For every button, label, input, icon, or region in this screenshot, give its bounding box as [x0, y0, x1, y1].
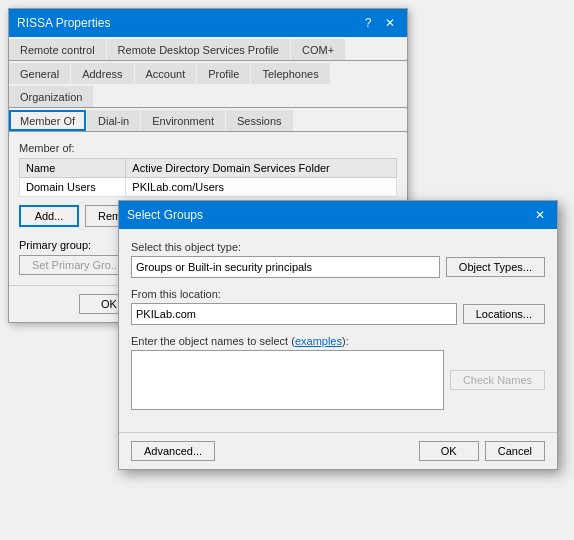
table-row[interactable]: Domain Users PKILab.com/Users [20, 178, 397, 197]
dialog-title-text: Select Groups [127, 208, 203, 222]
locations-button[interactable]: Locations... [463, 304, 545, 324]
member-of-label: Member of: [19, 142, 397, 154]
object-types-button[interactable]: Object Types... [446, 257, 545, 277]
tab-member-of[interactable]: Member Of [9, 110, 86, 131]
help-button[interactable]: ? [359, 14, 377, 32]
title-bar: RISSA Properties ? ✕ [9, 9, 407, 37]
dialog-title-bar: Select Groups ✕ [119, 201, 557, 229]
window-title: RISSA Properties [17, 16, 110, 30]
object-type-label: Select this object type: [131, 241, 545, 253]
object-type-input[interactable] [131, 256, 440, 278]
dialog-ok-button[interactable]: OK [419, 441, 479, 461]
tab-row-1: Remote control Remote Desktop Services P… [9, 37, 407, 61]
col-name: Name [20, 159, 126, 178]
location-input[interactable] [131, 303, 457, 325]
select-groups-dialog: Select Groups ✕ Select this object type:… [118, 200, 558, 470]
col-folder: Active Directory Domain Services Folder [126, 159, 397, 178]
row-folder: PKILab.com/Users [126, 178, 397, 197]
close-button[interactable]: ✕ [381, 14, 399, 32]
location-row: Locations... [131, 303, 545, 325]
tab-general[interactable]: General [9, 63, 70, 84]
object-names-label: Enter the object names to select (exampl… [131, 335, 545, 347]
tab-row-3: Member Of Dial-in Environment Sessions [9, 108, 407, 132]
dialog-body: Select this object type: Object Types...… [119, 229, 557, 432]
tab-profile[interactable]: Profile [197, 63, 250, 84]
members-table: Name Active Directory Domain Services Fo… [19, 158, 397, 197]
dialog-cancel-button[interactable]: Cancel [485, 441, 545, 461]
tab-com[interactable]: COM+ [291, 39, 345, 60]
object-names-input[interactable] [131, 350, 444, 410]
tab-remote-control[interactable]: Remote control [9, 39, 106, 60]
set-primary-button[interactable]: Set Primary Gro... [19, 255, 133, 275]
tab-dial-in[interactable]: Dial-in [87, 110, 140, 131]
examples-link[interactable]: examples [295, 335, 342, 347]
dialog-bottom: Advanced... OK Cancel [119, 432, 557, 469]
object-names-row: Check Names [131, 350, 545, 410]
tab-organization[interactable]: Organization [9, 86, 93, 107]
tab-row-2: General Address Account Profile Telephon… [9, 61, 407, 108]
title-controls: ? ✕ [359, 14, 399, 32]
check-names-button[interactable]: Check Names [450, 370, 545, 390]
row-name: Domain Users [20, 178, 126, 197]
tab-telephones[interactable]: Telephones [251, 63, 329, 84]
tab-rdsp[interactable]: Remote Desktop Services Profile [107, 39, 290, 60]
tab-account[interactable]: Account [135, 63, 197, 84]
advanced-button[interactable]: Advanced... [131, 441, 215, 461]
add-button[interactable]: Add... [19, 205, 79, 227]
location-label: From this location: [131, 288, 545, 300]
tab-address[interactable]: Address [71, 63, 133, 84]
dialog-close-button[interactable]: ✕ [531, 206, 549, 224]
dialog-ok-cancel: OK Cancel [419, 441, 545, 461]
tab-sessions[interactable]: Sessions [226, 110, 293, 131]
tab-environment[interactable]: Environment [141, 110, 225, 131]
object-type-row: Object Types... [131, 256, 545, 278]
